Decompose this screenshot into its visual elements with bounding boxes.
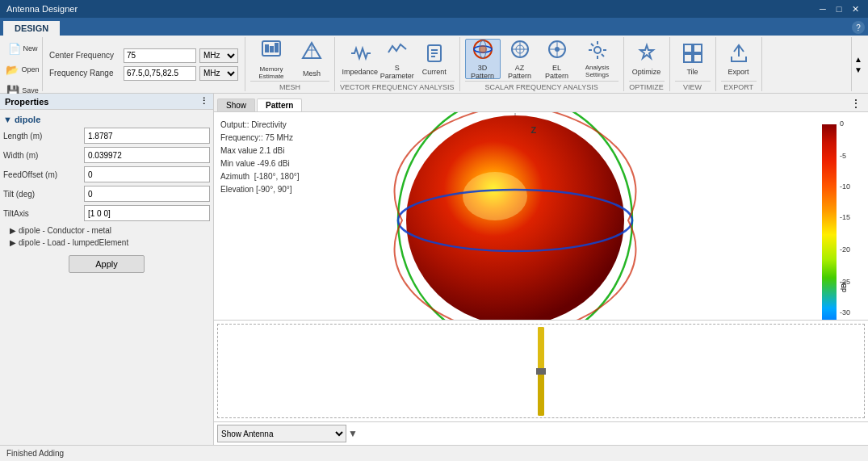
tile-icon [681,42,704,66]
elevation-value: [-90°, 90°] [256,185,292,194]
3d-pattern-view[interactable]: Z [214,112,816,320]
az-pattern-button[interactable]: AZ Pattern [502,39,538,79]
panel-menu-icon[interactable]: ⋮ [847,95,865,111]
width-label: Width (m) [3,151,84,160]
mesh-icon [300,40,323,68]
pattern-svg [346,112,685,320]
open-icon: 📂 [6,65,19,75]
center-freq-label: Center Frequency [49,51,120,60]
restore-button[interactable]: □ [832,2,845,15]
properties-title: Properties [5,97,48,107]
svg-point-38 [406,115,624,321]
tab-bar: DESIGN ? [0,18,868,36]
properties-menu-icon[interactable]: ⋮ [199,96,208,107]
dipole-header[interactable]: ▼ dipole [3,113,210,128]
bottom-dropdown-row: Show Antenna Show 3D Show Mesh ▼ [214,421,868,445]
file-group: 📄 New 📂 Open 💾 Save FILE [3,37,43,91]
impedance-button[interactable]: Impedance [342,39,378,79]
current-icon [423,42,446,66]
analysis-settings-button[interactable]: AnalysisSettings [577,39,619,79]
3d-pattern-button[interactable]: 3D Pattern [465,39,501,79]
length-label: Length (m) [3,132,84,140]
freq-range-input[interactable] [124,66,196,81]
properties-header: Properties ⋮ [0,94,213,110]
center-freq-input[interactable] [124,48,196,63]
memory-estimate-button[interactable]: MemoryEstimate [250,39,292,79]
svg-point-39 [463,172,527,220]
3d-pattern-icon [472,38,494,62]
right-panel: Show Pattern ⋮ Output:: Directivity Freq… [214,94,868,445]
3d-pattern-label: 3D Pattern [466,64,500,80]
el-pattern-button[interactable]: EL Pattern [539,39,575,79]
toolbar-scroll-up[interactable]: ▲ [852,54,865,65]
elevation-label: Elevation [220,185,256,194]
vector-freq-label: VECTOR FREQUENCY ANALYSIS [340,81,455,91]
width-input[interactable] [84,147,210,163]
cb-label-0: 0 [840,119,844,128]
cb-label-n15: -15 [840,213,850,221]
show-tab[interactable]: Show [217,98,255,111]
svg-rect-31 [684,44,692,52]
status-text: Finished Adding [6,449,64,458]
svg-rect-34 [694,54,702,62]
current-button[interactable]: Current [417,39,452,79]
freq-range-unit[interactable]: MHz GHz kHz [199,66,238,81]
right-panel-tabs: Show Pattern ⋮ [214,94,868,112]
feedoffset-row: FeedOffset (m) [3,166,210,182]
minimize-button[interactable]: ─ [816,2,829,15]
width-row: Width (m) [3,147,210,163]
azimuth-value: [-180°, 180°] [254,172,300,181]
svg-rect-3 [275,43,279,52]
dropdown-arrow-icon[interactable]: ▼ [348,428,358,439]
optimize-group-label: OPTIMIZE [629,81,665,91]
dipole-expand-icon: ▼ [3,115,12,124]
center-freq-unit[interactable]: MHz GHz kHz [199,48,238,63]
freq-range-label: Frequency Range [49,69,120,78]
mesh-button[interactable]: Mesh [294,39,329,79]
pattern-tab[interactable]: Pattern [257,98,302,111]
tab-design[interactable]: DESIGN [3,21,60,36]
tiltaxis-label: TiltAxis [3,209,84,218]
toolbar-scroll-down[interactable]: ▼ [852,65,865,75]
new-button[interactable]: 📄 New [8,39,37,58]
s-parameter-icon [386,38,409,62]
help-button[interactable]: ? [852,21,865,34]
analysis-settings-icon [586,39,609,63]
toolbar: 📄 New 📂 Open 💾 Save FILE Center Frequenc… [0,36,868,94]
max-value: 2.1 dBi [259,146,284,155]
conductor-label: dipole - Conductor - metal [19,226,111,235]
view-group: Tile VIEW [670,37,716,91]
tile-button[interactable]: Tile [675,39,711,79]
min-value-label: Min value [220,159,258,168]
export-button[interactable]: Export [721,39,757,79]
optimize-button[interactable]: Optimize [629,39,665,79]
output-label: Output:: [220,120,251,129]
colorbar: 0 -5 -10 -15 -20 -25 -30 -35 -40 -45 dBi [816,112,868,320]
cb-label-n30: -30 [840,308,850,316]
file-buttons: 📄 New 📂 Open 💾 Save [8,39,37,100]
el-pattern-label: EL Pattern [540,64,574,80]
tiltaxis-input[interactable] [84,205,210,221]
tilt-row: Tilt (deg) [3,186,210,202]
s-parameter-button[interactable]: S Parameter [379,39,415,79]
scalar-freq-label: SCALAR FREQUENCY ANALYSIS [465,81,619,91]
svg-rect-32 [694,44,702,52]
open-button[interactable]: 📂 Open [8,60,37,79]
close-button[interactable]: ✕ [849,2,862,15]
length-input[interactable] [84,128,210,144]
toolbar-scroll: ▲ ▼ [851,37,865,91]
tilt-input[interactable] [84,186,210,202]
dipole-label: dipole [15,115,40,124]
load-expand-icon: ▶ [10,238,16,247]
input-group: MemoryEstimate Mesh MESH [245,37,335,91]
scalar-freq-group: 3D Pattern AZ Pattern EL Pattern Analysi… [460,37,624,91]
apply-button[interactable]: Apply [69,255,145,273]
app-title: Antenna Designer [6,4,78,14]
conductor-item[interactable]: ▶ dipole - Conductor - metal [3,224,210,237]
az-pattern-label: AZ Pattern [503,64,537,80]
cb-label-n10: -10 [840,182,850,191]
title-bar-controls: ─ □ ✕ [816,2,862,15]
feedoffset-input[interactable] [84,166,210,182]
show-antenna-dropdown[interactable]: Show Antenna Show 3D Show Mesh [217,425,346,442]
load-item[interactable]: ▶ dipole - Load - lumpedElement [3,237,210,249]
